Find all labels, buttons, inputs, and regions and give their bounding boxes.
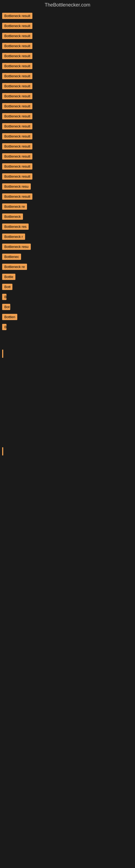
site-title: TheBottlenecker.com (0, 0, 135, 10)
spacer (1, 431, 134, 447)
list-item: Bottleneck result (1, 52, 134, 61)
list-item: Bottleneck re (1, 203, 134, 211)
list-item: Bottlen (1, 313, 134, 322)
bottleneck-result-label: Bottleneck result (2, 113, 32, 119)
bottleneck-result-label: Bottleneck result (2, 13, 32, 19)
bottleneck-result-label: Bottleneck result (2, 103, 32, 109)
bottleneck-result-label: Bottleneck result (2, 123, 32, 129)
bottleneck-result-label: Bottleneck result (2, 143, 32, 150)
list-item: B (1, 323, 134, 332)
list-item: Bottleneck result (1, 193, 134, 201)
bottleneck-result-label: Bottleneck result (2, 23, 32, 29)
bottleneck-result-label: Bottleneck result (2, 163, 32, 169)
spacer (1, 366, 134, 382)
bottleneck-result-label: Bottleneck (2, 214, 23, 220)
bottleneck-result-label: Bottleneck result (2, 133, 32, 140)
bottleneck-result-label: Bottlenec (2, 254, 21, 260)
bottleneck-result-label: Bot (2, 304, 10, 310)
bottleneck-result-label: Bottleneck result (2, 193, 32, 199)
spacer (1, 415, 134, 431)
list-item: Bottleneck result (1, 133, 134, 141)
list-item: Bottlenec (1, 253, 134, 261)
list-item: Bottleneck result (1, 62, 134, 71)
bottleneck-result-label: Bottleneck result (2, 63, 32, 69)
bottleneck-result-label: Bottleneck result (2, 33, 32, 39)
list-item: Bottleneck result (1, 153, 134, 161)
list-item: Bottleneck res (1, 223, 134, 231)
list-item: Bottleneck result (1, 143, 134, 151)
bottleneck-result-label: Bott (2, 284, 12, 290)
bottleneck-result-label: Bottleneck result (2, 93, 32, 99)
list-item: Bott (1, 283, 134, 291)
list-item: Bottleneck result (1, 12, 134, 21)
bottleneck-result-label: B (2, 294, 6, 300)
bottleneck-result-label: Bottleneck r (2, 234, 25, 240)
list-item: Bottleneck r (1, 233, 134, 241)
list-item: Bottleneck result (1, 72, 134, 81)
bottleneck-result-label: Bottleneck result (2, 73, 32, 79)
bar-indicator (2, 350, 3, 358)
bottleneck-result-label: Bottleneck re (2, 264, 27, 270)
bottleneck-result-label: Bottleneck resu (2, 244, 31, 250)
list-item: Bottleneck result (1, 93, 134, 101)
list-item: Bottleneck (1, 213, 134, 221)
bar-indicator (2, 447, 3, 456)
list-item: Bottle (1, 273, 134, 282)
list-item: Bottleneck resu (1, 183, 134, 191)
spacer (1, 399, 134, 415)
list-item: Bottleneck result (1, 22, 134, 31)
list-item: Bottleneck result (1, 173, 134, 181)
bottleneck-result-label: Bottleneck result (2, 83, 32, 89)
list-item: Bottleneck resu (1, 243, 134, 251)
bottleneck-result-label: Bottle (2, 274, 15, 280)
list-item: Bottleneck result (1, 163, 134, 171)
list-item: Bottleneck result (1, 32, 134, 41)
bottleneck-result-label: Bottleneck result (2, 53, 32, 59)
bottleneck-result-label: B (2, 324, 6, 330)
spacer (1, 333, 134, 350)
bottleneck-result-label: Bottleneck result (2, 153, 32, 159)
list-item: Bottleneck result (1, 42, 134, 51)
spacer (1, 382, 134, 399)
list-item: Bottleneck result (1, 102, 134, 111)
list-item: Bottleneck result (1, 123, 134, 131)
bottleneck-result-label: Bottleneck resu (2, 183, 31, 190)
bottleneck-result-label: Bottleneck res (2, 223, 29, 230)
list-item: Bot (1, 303, 134, 312)
bottleneck-result-label: Bottleneck result (2, 43, 32, 49)
bottleneck-result-label: Bottleneck re (2, 204, 27, 210)
spacer (1, 350, 134, 366)
list-item: Bottleneck result (1, 83, 134, 91)
bottleneck-result-label: Bottlen (2, 314, 17, 320)
list-item: Bottleneck result (1, 113, 134, 121)
list-item: Bottleneck re (1, 263, 134, 272)
spacer (1, 447, 134, 464)
bottleneck-result-label: Bottleneck result (2, 173, 32, 180)
items-container: Bottleneck resultBottleneck resultBottle… (0, 10, 135, 466)
list-item: B (1, 293, 134, 302)
